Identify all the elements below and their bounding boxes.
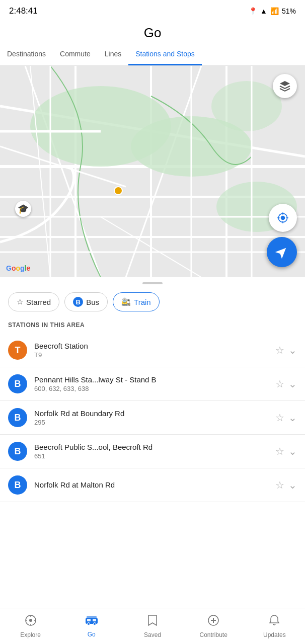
tab-bar: Destinations Commute Lines Stations and … — [0, 44, 305, 66]
map-location-marker: 🎓 — [15, 201, 31, 217]
status-bar: 2:48:41 📍 ▲ 📶 51% — [0, 0, 305, 20]
explore-icon — [25, 614, 37, 629]
nav-contribute[interactable]: Contribute — [196, 614, 231, 638]
nav-go[interactable]: Go — [74, 615, 109, 638]
list-item: B Beecroft Public S...ool, Beecroft Rd 6… — [0, 435, 305, 468]
tab-lines[interactable]: Lines — [98, 44, 128, 65]
bottom-nav: Explore Go Saved — [0, 608, 305, 644]
svg-point-24 — [281, 216, 285, 220]
favorite-button[interactable]: ☆ — [275, 412, 284, 424]
location-icon: 📍 — [249, 7, 257, 15]
explore-label: Explore — [20, 631, 41, 638]
favorite-button[interactable]: ☆ — [275, 445, 284, 457]
station-info: Norfolk Rd at Malton Rd — [34, 480, 268, 490]
updates-label: Updates — [263, 631, 286, 638]
list-item: T Beecroft Station T9 ☆ ⌄ — [0, 334, 305, 367]
favorite-button[interactable]: ☆ — [275, 479, 284, 491]
svg-point-38 — [87, 622, 90, 625]
station-type-icon: B — [8, 475, 27, 495]
list-item: B Norfolk Rd at Boundary Rd 295 ☆ ⌄ — [0, 401, 305, 435]
updates-icon — [269, 614, 280, 629]
station-name: Pennant Hills Sta...lway St - Stand B — [34, 375, 268, 384]
bus-letter-icon: B — [73, 297, 83, 307]
station-actions: ☆ ⌄ — [275, 445, 297, 457]
expand-button[interactable]: ⌄ — [288, 344, 297, 356]
station-routes: 651 — [34, 452, 268, 460]
svg-point-13 — [211, 81, 282, 131]
station-routes: T9 — [34, 351, 268, 359]
expand-button[interactable]: ⌄ — [288, 378, 297, 390]
tab-stations[interactable]: Stations and Stops — [128, 44, 202, 65]
expand-button[interactable]: ⌄ — [288, 479, 297, 491]
station-list: T Beecroft Station T9 ☆ ⌄ B Pennant Hill… — [0, 334, 305, 542]
status-icons: 📍 ▲ 📶 51% — [249, 7, 296, 15]
filter-bus-label: Bus — [86, 298, 99, 306]
list-item: B Norfolk Rd at Malton Rd ☆ ⌄ — [0, 468, 305, 502]
map-layers-button[interactable] — [273, 74, 297, 98]
filter-starred-label: Starred — [26, 298, 51, 306]
favorite-button[interactable]: ☆ — [275, 344, 284, 356]
signal-icon: 📶 — [270, 7, 279, 15]
status-time: 2:48:41 — [9, 6, 38, 16]
nav-updates[interactable]: Updates — [257, 614, 292, 638]
station-actions: ☆ ⌄ — [275, 378, 297, 390]
page-title: Go — [144, 25, 162, 40]
go-label: Go — [88, 631, 96, 638]
favorite-button[interactable]: ☆ — [275, 378, 284, 390]
svg-rect-40 — [87, 619, 91, 621]
train-icon: 🚉 — [121, 297, 131, 306]
svg-point-31 — [29, 619, 32, 622]
wifi-icon: ▲ — [260, 7, 267, 15]
filter-pills: ☆ Starred B Bus 🚉 Train — [0, 288, 305, 318]
list-item: B Pennant Hills Sta...lway St - Stand B … — [0, 367, 305, 401]
filter-bus[interactable]: B Bus — [64, 292, 108, 311]
drag-handle[interactable] — [142, 282, 163, 284]
station-type-icon: T — [8, 341, 27, 360]
station-type-icon: B — [8, 442, 27, 461]
expand-button[interactable]: ⌄ — [288, 412, 297, 424]
expand-button[interactable]: ⌄ — [288, 445, 297, 457]
contribute-icon — [207, 614, 219, 629]
svg-point-23 — [114, 187, 122, 195]
svg-rect-41 — [93, 619, 96, 621]
go-icon — [85, 615, 98, 629]
svg-point-39 — [93, 622, 96, 625]
tab-destinations[interactable]: Destinations — [0, 44, 53, 65]
station-type-icon: B — [8, 408, 27, 427]
station-name: Norfolk Rd at Boundary Rd — [34, 409, 268, 418]
section-header: STATIONS IN THIS AREA — [0, 318, 305, 334]
filter-train[interactable]: 🚉 Train — [113, 292, 160, 311]
station-actions: ☆ ⌄ — [275, 479, 297, 491]
filter-train-label: Train — [134, 298, 151, 306]
google-logo: Google — [6, 264, 30, 272]
station-name: Norfolk Rd at Malton Rd — [34, 480, 268, 489]
tab-commute[interactable]: Commute — [53, 44, 98, 65]
filter-starred[interactable]: ☆ Starred — [8, 292, 59, 311]
station-info: Norfolk Rd at Boundary Rd 295 — [34, 409, 268, 426]
my-location-button[interactable] — [269, 204, 297, 232]
station-name: Beecroft Station — [34, 342, 268, 350]
saved-icon — [147, 614, 158, 629]
station-actions: ☆ ⌄ — [275, 344, 297, 356]
station-info: Pennant Hills Sta...lway St - Stand B 60… — [34, 375, 268, 392]
contribute-label: Contribute — [199, 631, 227, 638]
station-type-icon: B — [8, 374, 27, 393]
station-actions: ☆ ⌄ — [275, 412, 297, 424]
nav-explore[interactable]: Explore — [13, 614, 48, 638]
navigate-button[interactable] — [267, 237, 297, 267]
saved-label: Saved — [144, 631, 161, 638]
nav-saved[interactable]: Saved — [135, 614, 170, 638]
station-routes: 600, 632, 633, 638 — [34, 385, 268, 392]
station-info: Beecroft Station T9 — [34, 342, 268, 359]
battery-icon: 51% — [282, 7, 296, 15]
station-routes: 295 — [34, 419, 268, 426]
station-name: Beecroft Public S...ool, Beecroft Rd — [34, 443, 268, 451]
map-area[interactable]: 🎓 Google — [0, 66, 305, 277]
header: Go — [0, 20, 305, 44]
station-info: Beecroft Public S...ool, Beecroft Rd 651 — [34, 443, 268, 460]
star-icon: ☆ — [17, 297, 23, 306]
